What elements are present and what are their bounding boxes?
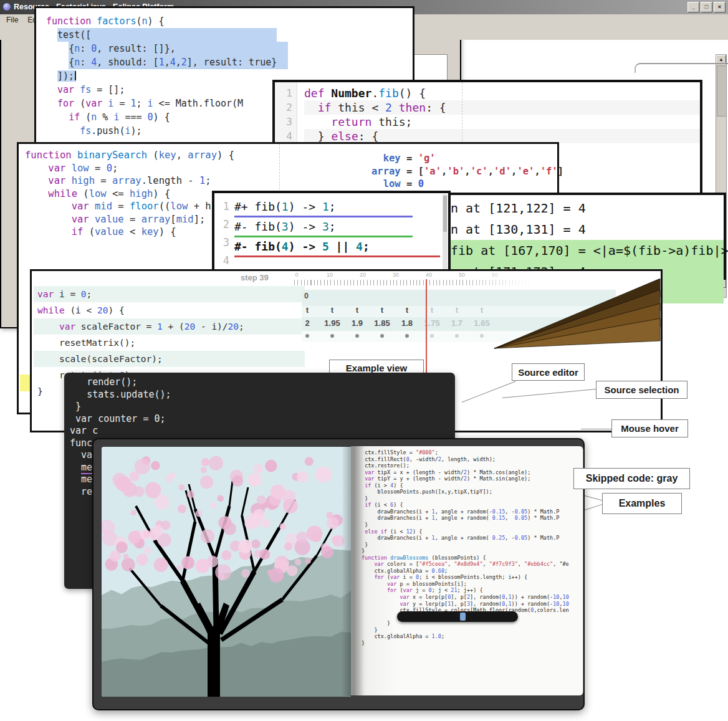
eclipse-icon [3, 3, 11, 11]
window-trace-output: n at [121,122] = 4n at [130,131] = 4fib … [438, 193, 726, 280]
current-line-highlight [20, 375, 31, 391]
book-right-page: ctx.fillStyle = "#000"; ctx.fillRect(0, … [351, 446, 583, 695]
connector-line [581, 429, 611, 429]
window-control-button[interactable]: _ [687, 2, 699, 12]
menu-item-file[interactable]: File [6, 14, 18, 26]
window-book-video: ctx.fillStyle = "#000"; ctx.fillRect(0, … [92, 438, 585, 710]
label-source-selection: Source selection [596, 381, 687, 399]
window-fib-tests: 12345 #+ fib(1) -> 1;#- fib(3) -> 3;#- f… [212, 191, 451, 277]
window-controls: _□× [687, 2, 726, 12]
screenshot-collage: function factors(n) { test([ {n: 0, resu… [0, 0, 728, 721]
background-window-edge [635, 63, 728, 73]
label-skipped-code: Skipped code: gray [573, 468, 690, 489]
scrollbar[interactable] [443, 194, 448, 274]
label-mouse-hover: Mouse hover [611, 419, 688, 437]
label-examples: Examples [602, 493, 682, 514]
window-control-button[interactable]: □ [701, 2, 712, 12]
connector-line [585, 504, 604, 510]
connector-line [585, 495, 603, 501]
scrubber-handle[interactable] [460, 613, 466, 621]
step-counter: step 39 [241, 273, 269, 282]
video-scrubber[interactable] [397, 611, 518, 622]
cherry-blossom-scene [102, 447, 351, 697]
rotated-canvas-render [493, 279, 661, 351]
window-control-button[interactable]: × [714, 2, 726, 12]
book-left-page-illustration [102, 447, 351, 697]
label-source-editor: Source editor [512, 363, 585, 381]
